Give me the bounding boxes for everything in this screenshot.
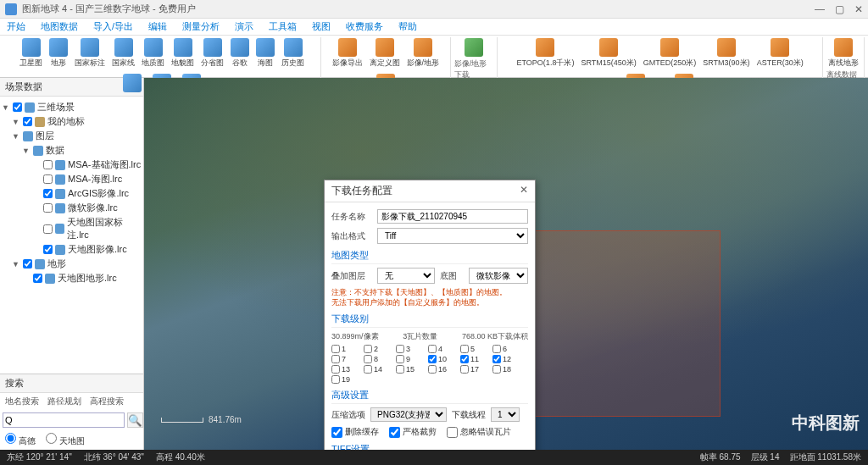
tree-三维场景[interactable]: ▼三维场景 xyxy=(2,100,142,114)
level-3[interactable]: 3 xyxy=(396,345,421,353)
dialog-close-icon[interactable]: ✕ xyxy=(520,184,528,198)
search-button[interactable]: 🔍 xyxy=(127,412,143,428)
level-17[interactable]: 17 xyxy=(460,365,486,374)
menu-5[interactable]: 演示 xyxy=(235,20,253,33)
comp-label: 压缩选项 xyxy=(331,409,365,421)
status-dist: 距地面 11031.58米 xyxy=(790,451,862,463)
ribbon-GMTED(250米)[interactable]: GMTED(250米) xyxy=(642,37,698,69)
task-label: 任务名称 xyxy=(331,211,372,223)
ribbon-离定义图[interactable]: 离定义图 xyxy=(368,37,402,69)
ribbon-ETOPO(1.8千米)[interactable]: ETOPO(1.8千米) xyxy=(515,37,576,69)
scene-panel-head: 场景数据 xyxy=(0,78,143,97)
ribbon-国家标注[interactable]: 国家标注 xyxy=(73,37,107,69)
level-8[interactable]: 8 xyxy=(364,355,389,363)
menu-7[interactable]: 视图 xyxy=(312,20,331,33)
level-11[interactable]: 11 xyxy=(460,355,486,363)
adv-section: 高级设置 xyxy=(331,389,528,404)
tree-地形[interactable]: ▼地形 xyxy=(2,257,142,271)
overlay-select[interactable]: 无 xyxy=(377,268,435,284)
ribbon-国家线[interactable]: 国家线 xyxy=(110,37,136,69)
ribbon-SRTM3(90米)[interactable]: SRTM3(90米) xyxy=(701,37,751,69)
level-2[interactable]: 2 xyxy=(364,345,389,353)
level-10[interactable]: 10 xyxy=(428,355,453,363)
ribbon-地形[interactable]: 地形 xyxy=(47,37,70,69)
resolution-info: 30.899m/像素 xyxy=(331,331,379,342)
ribbon-影像/地形[interactable]: 影像/地形 xyxy=(405,37,442,69)
level-13[interactable]: 13 xyxy=(331,365,357,374)
tree-MSA-基础海图.lrc[interactable]: MSA-基础海图.lrc xyxy=(2,158,142,172)
chk-ignore-err[interactable]: 忽略错误瓦片 xyxy=(447,426,511,438)
tree-微软影像.lrc[interactable]: 微软影像.lrc xyxy=(2,201,142,215)
chk-strict-clip[interactable]: 严格裁剪 xyxy=(389,426,437,438)
status-lat: 北纬 36° 04' 43" xyxy=(84,451,144,463)
level-16[interactable]: 16 xyxy=(428,365,453,374)
tab-route[interactable]: 路径规划 xyxy=(47,396,81,407)
level-6[interactable]: 6 xyxy=(492,345,518,353)
menu-8[interactable]: 收费服务 xyxy=(346,20,383,33)
tree-MSA-海图.lrc[interactable]: MSA-海图.lrc xyxy=(2,172,142,186)
tree-我的地标[interactable]: ▼我的地标 xyxy=(2,114,142,129)
ribbon-[interactable] xyxy=(463,37,485,58)
window-title: 图新地球 4 - 国产三维数字地球 - 免费用户 xyxy=(22,3,815,15)
radio-tianditu[interactable]: 天地图 xyxy=(46,433,85,447)
tree-图层[interactable]: ▼图层 xyxy=(2,129,142,143)
tab-placename[interactable]: 地名搜索 xyxy=(5,396,39,407)
level-5[interactable]: 5 xyxy=(460,345,486,353)
level-12[interactable]: 12 xyxy=(492,355,518,363)
ribbon-地貌图[interactable]: 地貌图 xyxy=(170,37,196,69)
format-label: 输出格式 xyxy=(331,230,372,242)
minimize-button[interactable]: — xyxy=(815,3,825,15)
menu-2[interactable]: 导入/导出 xyxy=(93,20,133,33)
level-14[interactable]: 14 xyxy=(364,365,389,374)
level-1[interactable]: 1 xyxy=(331,345,357,353)
level-15[interactable]: 15 xyxy=(396,365,421,374)
status-lon: 东经 120° 21' 14" xyxy=(7,451,72,463)
ribbon-离线地形[interactable]: 离线地形 xyxy=(826,37,860,69)
ribbon-SRTM15(450米)[interactable]: SRTM15(450米) xyxy=(579,37,637,69)
level-section: 下载级别 xyxy=(331,313,528,328)
maximize-button[interactable]: ▢ xyxy=(835,3,844,15)
tiff-section: TIFF设置 xyxy=(331,443,528,450)
ribbon-卫星图[interactable]: 卫星图 xyxy=(18,37,44,69)
search-input[interactable] xyxy=(3,412,125,428)
task-name-input[interactable] xyxy=(377,209,528,224)
ribbon-谷歌[interactable]: 谷歌 xyxy=(229,37,251,69)
menu-6[interactable]: 工具箱 xyxy=(269,20,297,33)
menu-0[interactable]: 开始 xyxy=(7,20,25,33)
level-4[interactable]: 4 xyxy=(428,345,453,353)
level-19[interactable]: 19 xyxy=(331,375,357,384)
level-18[interactable]: 18 xyxy=(492,365,518,374)
ribbon-分省图[interactable]: 分省图 xyxy=(199,37,225,69)
menu-3[interactable]: 编辑 xyxy=(148,20,167,33)
ribbon-影像导出[interactable]: 影像导出 xyxy=(331,37,364,69)
map-viewport[interactable]: 841.76m 中科图新 下载任务配置 ✕ 任务名称 输出格式Tiff 地图类型… xyxy=(144,78,868,450)
radio-gaode[interactable]: 高德 xyxy=(5,433,36,447)
tree-天地图影像.lrc[interactable]: 天地图影像.lrc xyxy=(2,242,142,257)
tab-elevation[interactable]: 高程搜索 xyxy=(90,396,124,407)
status-level: 层级 14 xyxy=(751,451,780,463)
dialog-title: 下载任务配置 xyxy=(331,184,392,198)
level-9[interactable]: 9 xyxy=(396,355,421,363)
close-button[interactable]: ✕ xyxy=(854,3,863,15)
compression-select[interactable]: PNG32(支持透明) xyxy=(370,407,447,422)
ribbon-ASTER(30米)[interactable]: ASTER(30米) xyxy=(755,37,805,69)
format-select[interactable]: Tiff xyxy=(377,228,528,244)
maptype-section: 地图类型 xyxy=(331,249,528,264)
tiles-info: 3瓦片数量 xyxy=(403,331,437,342)
tree-ArcGIS影像.lrc[interactable]: ArcGIS影像.lrc xyxy=(2,186,142,201)
tree-天地图国家标注.lrc[interactable]: 天地图国家标注.lrc xyxy=(2,215,142,242)
basemap-select[interactable]: 微软影像 xyxy=(469,268,528,284)
level-7[interactable]: 7 xyxy=(331,355,357,363)
ribbon-海图[interactable]: 海图 xyxy=(254,37,276,69)
tree-天地图地形.lrc[interactable]: 天地图地形.lrc xyxy=(2,271,142,285)
menu-4[interactable]: 测量分析 xyxy=(182,20,220,33)
ribbon-地质图[interactable]: 地质图 xyxy=(140,37,166,69)
download-dialog: 下载任务配置 ✕ 任务名称 输出格式Tiff 地图类型 叠加图层无底图微软影像 … xyxy=(324,180,536,450)
menu-9[interactable]: 帮助 xyxy=(398,20,417,33)
thread-select[interactable]: 16 xyxy=(491,407,520,422)
menu-1[interactable]: 地图数据 xyxy=(41,20,78,33)
tree-数据[interactable]: ▼数据 xyxy=(2,143,142,158)
chk-delete-cache[interactable]: 删除缓存 xyxy=(331,426,379,438)
ribbon-历史图[interactable]: 历史图 xyxy=(280,37,306,69)
search-panel-head: 搜索 xyxy=(0,374,143,393)
